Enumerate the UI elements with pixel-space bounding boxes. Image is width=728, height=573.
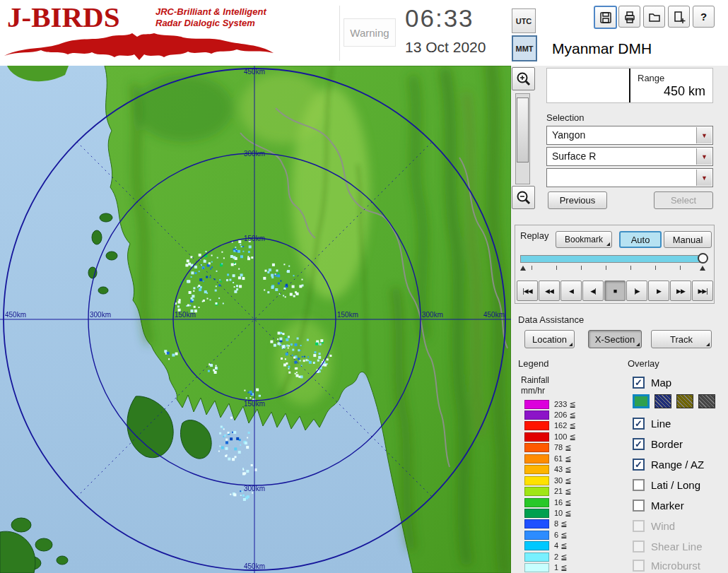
chevron-down-icon[interactable]: ▼	[696, 148, 712, 165]
skip-to-start-button[interactable]: |◀◀	[517, 280, 538, 301]
zoom-slider-thumb[interactable]	[517, 98, 529, 163]
legend-value: 100 ≦	[554, 432, 576, 442]
timeline-tick	[680, 266, 681, 270]
legend-row: 233 ≦	[524, 399, 576, 409]
overlay-item-shear-line: Shear Line	[633, 539, 703, 553]
svg-text:300km: 300km	[422, 311, 443, 319]
previous-button[interactable]: Previous	[548, 191, 607, 209]
legend-row: 100 ≦	[524, 432, 576, 442]
legend-value: 2 ≦	[554, 553, 567, 562]
replay-timeline-slider[interactable]	[520, 255, 705, 263]
extra-dropdown[interactable]: ▼	[546, 168, 713, 187]
legend-row: 30 ≦	[524, 475, 572, 485]
document-plus-icon	[672, 10, 686, 24]
overlay-item-lati-long[interactable]: Lati / Long	[633, 478, 700, 492]
map-style-swatch-2[interactable]	[654, 394, 671, 408]
overlay-item-map[interactable]: ✓Map	[633, 375, 671, 389]
map-style-swatches	[633, 394, 715, 408]
timeline-thumb[interactable]	[698, 253, 708, 264]
fast-rewind-button[interactable]: ◀◀	[539, 280, 560, 301]
checkbox-marker[interactable]	[633, 500, 645, 512]
checkbox-range-az[interactable]: ✓	[633, 459, 645, 471]
legend-row: 2 ≦	[524, 552, 567, 562]
chevron-down-icon[interactable]: ▼	[696, 127, 712, 143]
magnifier-minus-icon	[516, 190, 532, 206]
manual-replay-button[interactable]: Manual	[664, 231, 712, 248]
radar-map[interactable]: 450km 300km 150km 150km 300km 450km 450k…	[0, 66, 511, 573]
legend-value: 4 ≦	[554, 541, 567, 550]
overlay-title: Overlay	[628, 358, 659, 369]
legend-value: 1 ≦	[554, 563, 567, 572]
legend-unit-line1: Rainfall	[521, 375, 549, 385]
zoom-out-button[interactable]	[512, 186, 535, 209]
question-mark-icon: ?	[700, 11, 707, 23]
mmt-toggle-button[interactable]: MMT	[512, 35, 537, 61]
legend-row: 21 ≦	[524, 487, 572, 497]
site-dropdown[interactable]: Yangon ▼	[546, 126, 713, 145]
location-button[interactable]: Location	[524, 330, 575, 348]
range-divider	[629, 69, 630, 102]
auto-replay-button[interactable]: Auto	[619, 231, 662, 248]
legend-value: 8 ≦	[554, 519, 567, 528]
overlay-item-marker[interactable]: Marker	[633, 498, 684, 512]
legend-color-swatch	[524, 432, 549, 442]
overlay-item-line[interactable]: ✓Line	[633, 416, 671, 430]
legend-color-swatch	[524, 476, 549, 485]
svg-text:300km: 300km	[90, 311, 111, 319]
open-folder-button[interactable]	[643, 6, 665, 28]
stop-button[interactable]: ■	[604, 280, 626, 301]
clock-date: 13 Oct 2020	[405, 39, 486, 56]
play-button[interactable]: ▶	[648, 280, 669, 301]
play-backward-button[interactable]: ◀	[560, 280, 582, 301]
legend-value: 16 ≦	[554, 498, 572, 507]
svg-text:150km: 150km	[175, 311, 196, 319]
tagline-line1: JRC-Brilliant & Intelligent	[155, 6, 266, 18]
utc-toggle-button[interactable]: UTC	[512, 8, 536, 33]
timeline-tick	[556, 266, 557, 270]
header-bar: J-BIRDS JRC-Brilliant & Intelligent Rada…	[0, 0, 728, 66]
map-style-swatch-4[interactable]	[698, 394, 715, 408]
app-logo-title: J-BIRDS	[7, 0, 119, 34]
legend-value: 6 ≦	[554, 531, 567, 540]
export-image-button[interactable]	[668, 6, 690, 28]
zoom-slider[interactable]	[515, 93, 530, 184]
checkbox-map[interactable]: ✓	[633, 377, 645, 389]
step-back-button[interactable]: ◀|	[582, 280, 604, 301]
legend-color-swatch	[524, 443, 549, 452]
zoom-in-button[interactable]	[512, 67, 535, 90]
print-button[interactable]	[618, 6, 640, 28]
legend-title: Legend	[518, 358, 548, 369]
checkbox-lati-long[interactable]	[633, 479, 645, 491]
checkbox-border[interactable]: ✓	[633, 438, 645, 450]
select-button[interactable]: Select	[654, 191, 713, 209]
legend-value: 78 ≦	[554, 443, 572, 452]
app-logo-tagline: JRC-Brilliant & Intelligent Radar Dialog…	[155, 6, 266, 28]
legend-value: 30 ≦	[554, 476, 572, 485]
map-style-swatch-1[interactable]	[633, 394, 650, 408]
chevron-down-icon[interactable]: ▼	[696, 170, 712, 186]
overlay-item-range-az[interactable]: ✓Range / AZ	[633, 457, 704, 471]
fast-forward-button[interactable]: ▶▶	[670, 280, 691, 301]
legend-color-swatch	[524, 553, 549, 562]
bookmark-button[interactable]: Bookmark	[556, 231, 612, 248]
range-label: Range	[638, 73, 664, 83]
skip-to-end-button[interactable]: ▶▶|	[692, 280, 713, 301]
legend-row: 162 ≦	[524, 421, 576, 431]
timeline-progress	[521, 256, 699, 262]
overlay-item-border[interactable]: ✓Border	[633, 437, 683, 451]
checkbox-line[interactable]: ✓	[633, 418, 645, 430]
product-dropdown[interactable]: Surface R ▼	[546, 147, 713, 166]
help-button[interactable]: ?	[693, 6, 715, 28]
overlay-label: Marker	[651, 500, 684, 512]
track-button[interactable]: Track	[651, 330, 712, 348]
clock-time: 06:33	[405, 4, 474, 33]
x-section-button[interactable]: X-Section	[588, 330, 642, 348]
timeline-ticks	[520, 266, 705, 273]
step-forward-button[interactable]: |▶	[626, 280, 647, 301]
folder-icon	[647, 10, 662, 24]
svg-text:450km: 450km	[483, 311, 505, 319]
legend-color-swatch	[524, 563, 549, 572]
map-style-swatch-3[interactable]	[676, 394, 693, 408]
warning-indicator[interactable]: Warning	[344, 18, 396, 47]
save-button[interactable]	[594, 6, 617, 29]
